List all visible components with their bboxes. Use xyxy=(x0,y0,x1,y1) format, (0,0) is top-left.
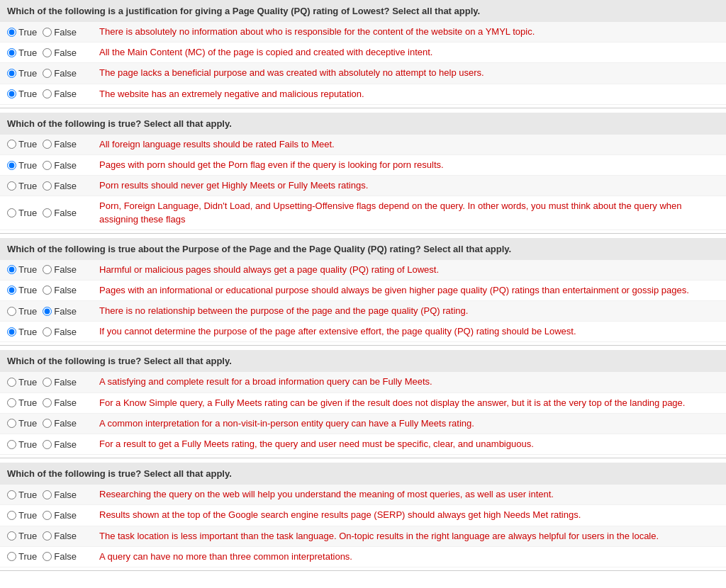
false-radio-label[interactable]: False xyxy=(43,490,77,500)
false-radio-label[interactable]: False xyxy=(43,139,77,149)
false-radio-label[interactable]: False xyxy=(43,418,77,429)
true-radio-label[interactable]: True xyxy=(7,510,37,521)
false-radio-label[interactable]: False xyxy=(43,551,77,562)
true-radio[interactable] xyxy=(7,28,16,37)
true-radio-label[interactable]: True xyxy=(7,27,37,38)
true-radio-label[interactable]: True xyxy=(7,418,37,429)
true-label: True xyxy=(18,397,37,408)
false-label: False xyxy=(54,377,77,388)
answer-text: There is absolutely no information about… xyxy=(99,26,719,38)
false-label: False xyxy=(54,89,77,99)
true-radio[interactable] xyxy=(7,69,16,78)
true-radio-label[interactable]: True xyxy=(7,439,37,450)
false-radio[interactable] xyxy=(43,307,52,316)
true-label: True xyxy=(18,47,37,58)
true-radio-label[interactable]: True xyxy=(7,139,37,149)
true-radio-label[interactable]: True xyxy=(7,397,37,408)
true-radio[interactable] xyxy=(7,327,16,337)
true-radio[interactable] xyxy=(7,490,16,499)
true-radio-label[interactable]: True xyxy=(7,490,37,500)
true-radio-label[interactable]: True xyxy=(7,264,37,275)
false-radio[interactable] xyxy=(43,531,52,541)
true-radio[interactable] xyxy=(7,265,16,274)
answer-text: All the Main Content (MC) of the page is… xyxy=(99,46,719,59)
section-5: Which of the following is true? Select a… xyxy=(0,463,726,571)
question-row: TrueFalseIf you cannot determine the pur… xyxy=(0,322,726,342)
true-radio[interactable] xyxy=(7,285,16,295)
true-radio-label[interactable]: True xyxy=(7,47,37,58)
false-radio[interactable] xyxy=(43,265,52,274)
question-row: TrueFalseFor a result to get a Fully Mee… xyxy=(0,434,726,455)
false-radio-label[interactable]: False xyxy=(43,377,77,388)
false-radio-label[interactable]: False xyxy=(43,397,77,408)
true-radio[interactable] xyxy=(7,398,16,407)
true-radio[interactable] xyxy=(7,440,16,449)
false-radio-label[interactable]: False xyxy=(43,89,77,99)
false-radio[interactable] xyxy=(43,140,52,149)
true-radio[interactable] xyxy=(7,181,16,191)
false-radio-label[interactable]: False xyxy=(43,439,77,450)
true-radio-label[interactable]: True xyxy=(7,327,37,337)
radio-group: TrueFalse xyxy=(7,377,99,388)
false-radio[interactable] xyxy=(43,440,52,449)
false-radio-label[interactable]: False xyxy=(43,68,77,79)
true-radio[interactable] xyxy=(7,307,16,316)
true-radio[interactable] xyxy=(7,161,16,170)
false-label: False xyxy=(54,397,77,408)
false-radio[interactable] xyxy=(43,511,52,520)
false-radio[interactable] xyxy=(43,69,52,78)
false-radio[interactable] xyxy=(43,28,52,37)
false-radio[interactable] xyxy=(43,552,52,561)
false-radio[interactable] xyxy=(43,398,52,407)
true-radio-label[interactable]: True xyxy=(7,208,37,218)
radio-group: TrueFalse xyxy=(7,68,99,79)
radio-group: TrueFalse xyxy=(7,306,99,317)
false-radio-label[interactable]: False xyxy=(43,327,77,337)
false-radio-label[interactable]: False xyxy=(43,531,77,541)
true-radio[interactable] xyxy=(7,378,16,387)
true-radio-label[interactable]: True xyxy=(7,68,37,79)
false-radio-label[interactable]: False xyxy=(43,27,77,38)
question-row: TrueFalseFor a Know Simple query, a Full… xyxy=(0,393,726,414)
radio-group: TrueFalse xyxy=(7,160,99,171)
false-radio-label[interactable]: False xyxy=(43,208,77,218)
false-radio-label[interactable]: False xyxy=(43,510,77,521)
true-radio[interactable] xyxy=(7,511,16,520)
answer-text: Harmful or malicious pages should always… xyxy=(99,264,719,276)
true-radio-label[interactable]: True xyxy=(7,89,37,99)
true-radio[interactable] xyxy=(7,140,16,149)
false-radio-label[interactable]: False xyxy=(43,160,77,171)
false-radio[interactable] xyxy=(43,181,52,191)
true-radio-label[interactable]: True xyxy=(7,181,37,191)
true-radio[interactable] xyxy=(7,419,16,428)
true-radio-label[interactable]: True xyxy=(7,285,37,295)
true-radio-label[interactable]: True xyxy=(7,306,37,317)
true-radio-label[interactable]: True xyxy=(7,377,37,388)
true-radio-label[interactable]: True xyxy=(7,551,37,562)
answer-text: If you cannot determine the purpose of t… xyxy=(99,325,719,338)
false-radio[interactable] xyxy=(43,285,52,295)
true-radio-label[interactable]: True xyxy=(7,531,37,541)
true-radio[interactable] xyxy=(7,89,16,98)
answer-text: Results shown at the top of the Google s… xyxy=(99,509,719,521)
true-radio-label[interactable]: True xyxy=(7,160,37,171)
false-radio-label[interactable]: False xyxy=(43,306,77,317)
false-label: False xyxy=(54,285,77,295)
false-radio-label[interactable]: False xyxy=(43,181,77,191)
true-radio[interactable] xyxy=(7,552,16,561)
true-radio[interactable] xyxy=(7,48,16,57)
true-radio[interactable] xyxy=(7,531,16,541)
false-radio[interactable] xyxy=(43,48,52,57)
false-radio[interactable] xyxy=(43,89,52,98)
false-radio[interactable] xyxy=(43,208,52,217)
true-radio[interactable] xyxy=(7,208,16,217)
question-row: TrueFalseAll the Main Content (MC) of th… xyxy=(0,43,726,63)
false-radio-label[interactable]: False xyxy=(43,264,77,275)
false-radio[interactable] xyxy=(43,161,52,170)
false-radio[interactable] xyxy=(43,327,52,337)
false-radio-label[interactable]: False xyxy=(43,285,77,295)
false-radio[interactable] xyxy=(43,490,52,499)
false-radio-label[interactable]: False xyxy=(43,47,77,58)
false-radio[interactable] xyxy=(43,378,52,387)
false-radio[interactable] xyxy=(43,419,52,428)
